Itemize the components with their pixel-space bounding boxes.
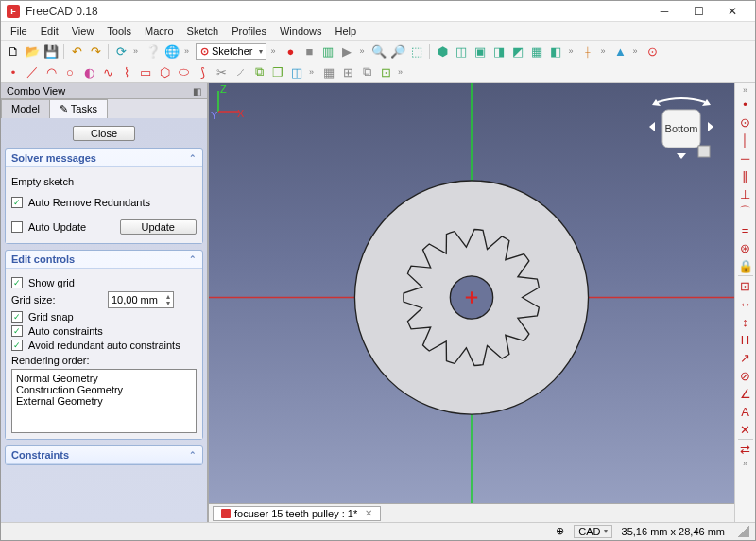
toolbar-overflow-icon[interactable]: » [600,46,608,56]
menu-edit[interactable]: Edit [35,24,64,39]
sketch-fillet-icon[interactable]: ⟆ [194,63,211,80]
sketch-carbon-icon[interactable]: ❐ [269,63,286,80]
view-front-icon[interactable]: ◫ [453,43,470,60]
constraint-perpendicular-icon[interactable]: ⊥ [737,185,754,202]
document-tab[interactable]: focuser 15 teeth pulley : 1* ✕ [213,506,381,521]
minimize-button[interactable]: ─ [647,2,681,21]
open-file-icon[interactable]: 📂 [24,43,41,60]
sketch-polygon-icon[interactable]: ⬡ [156,63,173,80]
sketch-trim-icon[interactable]: ✂ [213,63,230,80]
toolbar-overflow-icon[interactable]: » [742,85,749,95]
help-icon[interactable]: ❔ [145,43,162,60]
sketch-line-icon[interactable]: ／ [24,63,41,80]
panel-float-icon[interactable]: ◧ [193,86,201,96]
resize-grip-icon[interactable] [738,526,749,537]
close-button[interactable]: ✕ [715,2,749,21]
sketch-slot-icon[interactable]: ⬭ [175,63,192,80]
toolbar-overflow-icon[interactable]: » [359,46,367,56]
view-axo-icon[interactable]: ⬚ [408,43,425,60]
toolbar-overflow-icon[interactable]: » [133,46,141,56]
constraint-vdist-icon[interactable]: ↕ [737,313,754,330]
sketch-external-icon[interactable]: ⧉ [250,63,267,80]
constraint-point-on-icon[interactable]: ⊙ [737,113,754,131]
constraint-hdist-icon[interactable]: ↔ [737,295,754,312]
new-file-icon[interactable]: 🗋 [5,43,22,60]
menu-profiles[interactable]: Profiles [226,24,272,39]
solver-header[interactable]: Solver messages ⌃ [6,149,202,167]
view-cube[interactable]: Bottom [644,93,719,168]
menu-macro[interactable]: Macro [139,24,180,39]
zoom-select-icon[interactable]: 🔎 [389,43,406,60]
3d-viewport[interactable]: Bottom Z X Y focuser 15 teeth pulley : 1… [209,83,734,522]
toolbar-overflow-icon[interactable]: » [742,459,749,468]
menu-tools[interactable]: Tools [101,24,137,39]
constraint-angle-icon[interactable]: ∠ [737,385,754,402]
redo-icon[interactable]: ↷ [87,43,104,60]
tool-array-icon[interactable]: ⊡ [377,63,394,80]
part-link-icon[interactable]: ▲ [611,43,628,60]
constraint-block-icon[interactable]: 🔒 [737,257,754,274]
constraint-horizontal-icon[interactable]: ─ [737,149,754,166]
refresh-icon[interactable]: ⟳ [112,43,129,60]
macro-stop-icon[interactable]: ■ [301,43,318,60]
sketch-polyline-icon[interactable]: ⌇ [118,63,135,80]
collapse-icon[interactable]: ⌃ [189,450,197,460]
sketch-arc-icon[interactable]: ◠ [43,63,60,80]
menu-sketch[interactable]: Sketch [181,24,225,39]
macro-list-icon[interactable]: ▥ [319,43,336,60]
render-order-list[interactable]: Normal Geometry Construction Geometry Ex… [11,369,197,433]
view-top-icon[interactable]: ▣ [472,43,489,60]
grid-size-input[interactable]: 10,00 mm ▴▾ [108,291,174,308]
constraints-header[interactable]: Constraints ⌃ [6,446,202,464]
constraint-snell-icon[interactable]: A [737,403,754,420]
toolbar-overflow-icon[interactable]: » [398,67,405,77]
web-icon[interactable]: 🌐 [163,43,180,60]
show-grid-checkbox[interactable]: ✓ [11,277,23,288]
macro-record-icon[interactable]: ● [282,43,299,60]
save-file-icon[interactable]: 💾 [43,43,60,60]
workbench-selector[interactable]: ⊙ Sketcher [196,43,266,60]
collapse-icon[interactable]: ⌃ [189,153,197,163]
constraint-symmetric-icon[interactable]: ⊛ [737,239,754,256]
menu-file[interactable]: File [5,24,33,39]
sketch-conic-icon[interactable]: ◐ [80,63,97,80]
constraint-tangent-icon[interactable]: ⌒ [737,203,754,220]
tool-select-icon[interactable]: ▦ [320,63,337,80]
list-item[interactable]: Construction Geometry [16,384,192,395]
view-rear-icon[interactable]: ◩ [509,43,526,60]
constraint-radius-icon[interactable]: ↗ [737,349,754,366]
toolbar-overflow-icon[interactable]: » [632,46,640,56]
toolbar-overflow-icon[interactable]: » [184,46,192,56]
menu-windows[interactable]: Windows [274,24,328,39]
tab-model[interactable]: Model [1,99,50,118]
menu-help[interactable]: Help [330,24,363,39]
constraint-diameter-icon[interactable]: ⊘ [737,367,754,384]
avoid-redundant-checkbox[interactable]: ✓ [11,340,23,351]
view-right-icon[interactable]: ◨ [490,43,507,60]
constraint-coincident-icon[interactable]: • [737,96,754,113]
auto-remove-checkbox[interactable]: ✓ [11,197,23,208]
constraint-internal-icon[interactable]: ✕ [737,421,754,438]
tool-clone-icon[interactable]: ⊞ [339,63,356,80]
grid-snap-checkbox[interactable]: ✓ [11,311,23,323]
sketch-point-icon[interactable]: • [5,63,22,80]
undo-icon[interactable]: ↶ [68,43,85,60]
spinner-icon[interactable]: ▴▾ [166,293,170,306]
sketch-rect-icon[interactable]: ▭ [137,63,154,80]
zoom-fit-icon[interactable]: 🔍 [370,43,387,60]
list-item[interactable]: External Geometry [16,395,192,407]
toolbar-overflow-icon[interactable]: » [270,46,278,56]
constraint-vertical-icon[interactable]: │ [737,131,754,148]
view-iso-icon[interactable]: ⬢ [434,43,451,60]
sketch-circle-icon[interactable]: ○ [61,63,78,80]
macro-play-icon[interactable]: ▶ [338,43,355,60]
update-button[interactable]: Update [120,219,197,235]
constraint-length-icon[interactable]: H [737,331,754,348]
constraint-parallel-icon[interactable]: ∥ [737,167,754,184]
menu-view[interactable]: View [66,24,100,39]
auto-update-checkbox[interactable] [11,221,23,233]
maximize-button[interactable]: ☐ [681,2,715,21]
collapse-icon[interactable]: ⌃ [189,254,197,264]
toolbar-overflow-icon[interactable]: » [568,46,576,56]
tab-tasks[interactable]: ✎ Tasks [49,99,108,118]
